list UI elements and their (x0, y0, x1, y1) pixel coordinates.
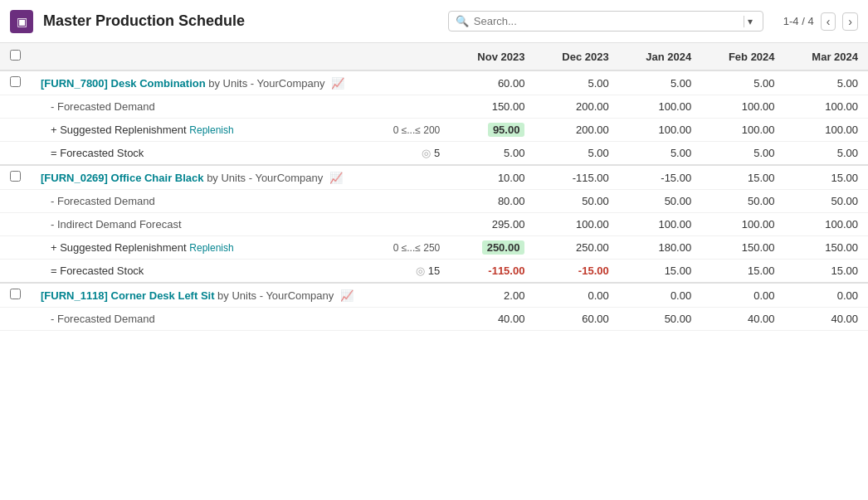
sub-value-cell: 100.00 (701, 95, 784, 119)
replenish-value-cell: 150.00 (701, 236, 784, 260)
sub-row-label-cell: - Forecasted Demand (31, 190, 450, 213)
stock-value-cell: 5.00 (450, 142, 534, 166)
replenish-link[interactable]: Replenish (189, 242, 233, 254)
pagination-label: 1-4 / 4 (783, 15, 814, 27)
search-icon: 🔍 (456, 15, 469, 27)
product-meta: by Units - YourCompany (215, 289, 334, 302)
stock-icon: ◎ (422, 147, 431, 159)
search-input[interactable] (474, 15, 735, 27)
sub-row-label-cell: - Forecasted Demand (31, 95, 450, 119)
product-value-cell: 5.00 (701, 70, 784, 95)
sub-value-cell: 50.00 (701, 190, 784, 213)
replenish-value-cell: 250.00 (534, 236, 618, 260)
table-container: Nov 2023 Dec 2023 Jan 2024 Feb 2024 Mar … (0, 43, 868, 331)
chart-icon[interactable]: 📈 (337, 289, 354, 302)
product-value-cell: 0.00 (701, 283, 784, 308)
product-value-cell: -15.00 (619, 165, 701, 190)
replenish-value-cell: 180.00 (619, 236, 701, 260)
empty-checkbox-cell (0, 236, 31, 260)
replenish-value-cell: 100.00 (619, 119, 701, 142)
stock-icon-cell: ◎ 15 (361, 260, 450, 284)
sub-value-cell: 50.00 (534, 190, 618, 213)
col-info (361, 43, 450, 70)
col-feb2024: Feb 2024 (701, 43, 784, 70)
table-row: - Forecasted Demand80.0050.0050.0050.005… (0, 190, 868, 213)
replenish-label-cell: + Suggested Replenishment Replenish (31, 119, 361, 142)
sub-value-cell: 40.00 (785, 308, 868, 331)
range-link[interactable]: 0 ≤...≤ 200 (393, 124, 441, 136)
row-checkbox[interactable] (10, 76, 21, 87)
sub-row-label-cell: - Indirect Demand Forecast (31, 213, 450, 236)
product-link[interactable]: [FURN_1118] Corner Desk Left Sit (41, 289, 215, 302)
empty-checkbox-cell (0, 260, 31, 284)
sub-value-cell: 100.00 (619, 213, 701, 236)
table-row: = Forecasted Stock◎ 55.005.005.005.005.0… (0, 142, 868, 166)
product-meta: by Units - YourCompany (204, 172, 324, 184)
sub-value-cell: 50.00 (785, 190, 868, 213)
chart-icon[interactable]: 📈 (328, 77, 344, 90)
sub-row-label-cell: - Forecasted Demand (31, 308, 450, 331)
col-product (31, 43, 361, 70)
chart-icon[interactable]: 📈 (326, 172, 343, 184)
stock-label-cell: = Forecasted Stock (31, 142, 361, 166)
product-name-cell: [FURN_7800] Desk Combination by Units - … (31, 70, 450, 95)
sub-value-cell: 200.00 (534, 95, 618, 119)
row-checkbox-cell (0, 70, 31, 95)
replenish-link[interactable]: Replenish (189, 124, 233, 136)
sub-value-cell: 80.00 (450, 190, 534, 213)
product-value-cell: 10.00 (450, 165, 534, 190)
table-row: - Forecasted Demand150.00200.00100.00100… (0, 95, 868, 119)
product-value-cell: 15.00 (701, 165, 784, 190)
search-dropdown-button[interactable]: ▾ (744, 16, 756, 27)
app-icon: ▣ (10, 10, 33, 33)
select-all-checkbox[interactable] (10, 50, 21, 61)
stock-value-cell: 5.00 (701, 142, 784, 166)
product-value-cell: 5.00 (534, 70, 618, 95)
stock-icon: ◎ (416, 265, 425, 277)
row-checkbox[interactable] (10, 289, 21, 299)
replenish-value-cell: 150.00 (785, 236, 868, 260)
product-value-cell: 0.00 (785, 283, 868, 308)
replenish-label-cell: + Suggested Replenishment Replenish (31, 236, 361, 260)
replenish-value-cell: 250.00 (450, 236, 534, 260)
empty-checkbox-cell (0, 95, 31, 119)
product-value-cell: 2.00 (450, 283, 534, 308)
col-nov2023: Nov 2023 (450, 43, 534, 70)
col-mar2024: Mar 2024 (785, 43, 868, 70)
sub-value-cell: 60.00 (534, 308, 618, 331)
product-value-cell: 0.00 (534, 283, 618, 308)
product-meta: by Units - YourCompany (206, 77, 325, 90)
sub-value-cell: 50.00 (619, 190, 701, 213)
sub-value-cell: 100.00 (785, 213, 868, 236)
col-jan2024: Jan 2024 (619, 43, 701, 70)
range-cell: 0 ≤...≤ 200 (361, 119, 450, 142)
product-link[interactable]: [FURN_0269] Office Chair Black (41, 172, 204, 184)
stock-value-cell: 15.00 (619, 260, 701, 284)
product-value-cell: 5.00 (619, 70, 701, 95)
replenish-value-cell: 200.00 (534, 119, 618, 142)
stock-icon-cell: ◎ 5 (361, 142, 450, 166)
pagination: 1-4 / 4 ‹ › (783, 12, 858, 31)
table-row: + Suggested Replenishment Replenish0 ≤..… (0, 119, 868, 142)
stock-value-cell: -115.00 (450, 260, 534, 284)
empty-checkbox-cell (0, 213, 31, 236)
product-link[interactable]: [FURN_7800] Desk Combination (41, 77, 206, 90)
stock-value-cell: 15.00 (701, 260, 784, 284)
col-dec2023: Dec 2023 (534, 43, 618, 70)
row-checkbox-cell (0, 283, 31, 308)
sub-value-cell: 50.00 (619, 308, 701, 331)
sub-value-cell: 295.00 (450, 213, 534, 236)
replenish-value-cell: 100.00 (785, 119, 868, 142)
range-cell: 0 ≤...≤ 250 (361, 236, 450, 260)
page-title: Master Production Schedule (43, 12, 245, 30)
range-link[interactable]: 0 ≤...≤ 250 (393, 242, 441, 254)
sub-value-cell: 40.00 (701, 308, 784, 331)
product-name-cell: [FURN_1118] Corner Desk Left Sit by Unit… (31, 283, 450, 308)
product-value-cell: -115.00 (534, 165, 618, 190)
col-checkbox (0, 43, 31, 70)
product-value-cell: 5.00 (785, 70, 868, 95)
stock-label-cell: = Forecasted Stock (31, 260, 361, 284)
pagination-next-button[interactable]: › (842, 12, 858, 31)
row-checkbox[interactable] (10, 171, 21, 182)
pagination-prev-button[interactable]: ‹ (821, 12, 836, 31)
